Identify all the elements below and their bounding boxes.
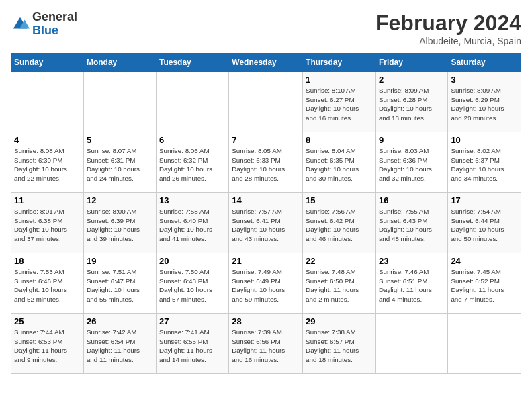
day-number: 15 (306, 195, 373, 205)
day-info: Sunrise: 8:09 AM Sunset: 6:28 PM Dayligh… (379, 86, 445, 123)
day-info: Sunrise: 8:05 AM Sunset: 6:33 PM Dayligh… (232, 146, 300, 183)
calendar-cell: 29Sunrise: 7:38 AM Sunset: 6:57 PM Dayli… (303, 314, 376, 374)
day-number: 23 (379, 256, 445, 266)
col-saturday: Saturday (448, 54, 521, 72)
logo-icon (11, 15, 30, 34)
day-number: 7 (232, 135, 300, 145)
calendar-cell: 3Sunrise: 8:09 AM Sunset: 6:29 PM Daylig… (448, 72, 521, 132)
day-number: 6 (159, 135, 226, 145)
col-sunday: Sunday (11, 54, 84, 72)
calendar-cell: 15Sunrise: 7:56 AM Sunset: 6:42 PM Dayli… (303, 193, 376, 253)
day-info: Sunrise: 7:42 AM Sunset: 6:54 PM Dayligh… (87, 328, 153, 365)
day-info: Sunrise: 8:00 AM Sunset: 6:39 PM Dayligh… (87, 207, 153, 244)
week-row-2: 4Sunrise: 8:08 AM Sunset: 6:30 PM Daylig… (11, 132, 521, 193)
day-info: Sunrise: 7:53 AM Sunset: 6:46 PM Dayligh… (14, 267, 81, 304)
day-info: Sunrise: 7:44 AM Sunset: 6:53 PM Dayligh… (14, 328, 81, 365)
day-info: Sunrise: 7:45 AM Sunset: 6:52 PM Dayligh… (451, 267, 518, 304)
day-info: Sunrise: 7:48 AM Sunset: 6:50 PM Dayligh… (306, 267, 373, 304)
calendar-cell (448, 314, 521, 374)
day-number: 29 (306, 316, 373, 326)
calendar-cell: 26Sunrise: 7:42 AM Sunset: 6:54 PM Dayli… (83, 314, 156, 374)
header-row: Sunday Monday Tuesday Wednesday Thursday… (11, 54, 521, 72)
calendar-cell: 9Sunrise: 8:03 AM Sunset: 6:36 PM Daylig… (375, 132, 447, 193)
logo-text-general: General (32, 11, 77, 24)
day-info: Sunrise: 8:04 AM Sunset: 6:35 PM Dayligh… (306, 146, 373, 183)
day-number: 10 (451, 135, 518, 145)
calendar-cell: 14Sunrise: 7:57 AM Sunset: 6:41 PM Dayli… (229, 193, 303, 253)
calendar-cell: 20Sunrise: 7:50 AM Sunset: 6:48 PM Dayli… (156, 253, 228, 314)
calendar-cell: 1Sunrise: 8:10 AM Sunset: 6:27 PM Daylig… (303, 72, 376, 132)
calendar-cell: 22Sunrise: 7:48 AM Sunset: 6:50 PM Dayli… (303, 253, 376, 314)
day-number: 19 (87, 256, 153, 266)
calendar-cell: 13Sunrise: 7:58 AM Sunset: 6:40 PM Dayli… (156, 193, 228, 253)
day-info: Sunrise: 7:49 AM Sunset: 6:49 PM Dayligh… (232, 267, 300, 304)
calendar-cell: 21Sunrise: 7:49 AM Sunset: 6:49 PM Dayli… (229, 253, 303, 314)
day-info: Sunrise: 8:02 AM Sunset: 6:37 PM Dayligh… (451, 146, 518, 183)
day-number: 17 (451, 195, 518, 205)
day-info: Sunrise: 8:10 AM Sunset: 6:27 PM Dayligh… (306, 86, 373, 123)
col-monday: Monday (83, 54, 156, 72)
calendar-cell: 7Sunrise: 8:05 AM Sunset: 6:33 PM Daylig… (229, 132, 303, 193)
day-number: 21 (232, 256, 300, 266)
calendar-cell (83, 72, 156, 132)
page-header: General Blue February 2024 Albudeite, Mu… (11, 11, 521, 46)
calendar-cell: 17Sunrise: 7:54 AM Sunset: 6:44 PM Dayli… (448, 193, 521, 253)
day-info: Sunrise: 7:57 AM Sunset: 6:41 PM Dayligh… (232, 207, 300, 244)
calendar-cell: 25Sunrise: 7:44 AM Sunset: 6:53 PM Dayli… (11, 314, 84, 374)
day-number: 26 (87, 316, 153, 326)
day-info: Sunrise: 7:50 AM Sunset: 6:48 PM Dayligh… (159, 267, 226, 304)
week-row-5: 25Sunrise: 7:44 AM Sunset: 6:53 PM Dayli… (11, 314, 521, 374)
day-info: Sunrise: 7:46 AM Sunset: 6:51 PM Dayligh… (379, 267, 445, 304)
day-info: Sunrise: 7:39 AM Sunset: 6:56 PM Dayligh… (232, 328, 300, 365)
day-info: Sunrise: 7:56 AM Sunset: 6:42 PM Dayligh… (306, 207, 373, 244)
calendar-cell: 16Sunrise: 7:55 AM Sunset: 6:43 PM Dayli… (375, 193, 447, 253)
day-number: 12 (87, 195, 153, 205)
day-number: 25 (14, 316, 81, 326)
day-number: 8 (306, 135, 373, 145)
day-number: 28 (232, 316, 300, 326)
calendar-cell: 24Sunrise: 7:45 AM Sunset: 6:52 PM Dayli… (448, 253, 521, 314)
logo: General Blue (11, 11, 77, 38)
location-subtitle: Albudeite, Murcia, Spain (375, 36, 521, 46)
col-wednesday: Wednesday (229, 54, 303, 72)
col-thursday: Thursday (303, 54, 376, 72)
day-number: 4 (14, 135, 81, 145)
day-number: 20 (159, 256, 226, 266)
day-info: Sunrise: 8:08 AM Sunset: 6:30 PM Dayligh… (14, 146, 81, 183)
day-number: 2 (379, 75, 445, 85)
calendar-cell: 18Sunrise: 7:53 AM Sunset: 6:46 PM Dayli… (11, 253, 84, 314)
day-number: 27 (159, 316, 226, 326)
day-info: Sunrise: 7:58 AM Sunset: 6:40 PM Dayligh… (159, 207, 226, 244)
calendar-cell: 11Sunrise: 8:01 AM Sunset: 6:38 PM Dayli… (11, 193, 84, 253)
day-number: 3 (451, 75, 518, 85)
calendar-cell: 27Sunrise: 7:41 AM Sunset: 6:55 PM Dayli… (156, 314, 228, 374)
day-info: Sunrise: 8:07 AM Sunset: 6:31 PM Dayligh… (87, 146, 153, 183)
day-info: Sunrise: 8:09 AM Sunset: 6:29 PM Dayligh… (451, 86, 518, 123)
calendar-cell: 12Sunrise: 8:00 AM Sunset: 6:39 PM Dayli… (83, 193, 156, 253)
calendar-cell: 2Sunrise: 8:09 AM Sunset: 6:28 PM Daylig… (375, 72, 447, 132)
day-number: 11 (14, 195, 81, 205)
calendar-cell: 5Sunrise: 8:07 AM Sunset: 6:31 PM Daylig… (83, 132, 156, 193)
day-number: 13 (159, 195, 226, 205)
calendar-table: Sunday Monday Tuesday Wednesday Thursday… (11, 53, 521, 374)
day-number: 24 (451, 256, 518, 266)
calendar-cell: 4Sunrise: 8:08 AM Sunset: 6:30 PM Daylig… (11, 132, 84, 193)
day-info: Sunrise: 7:51 AM Sunset: 6:47 PM Dayligh… (87, 267, 153, 304)
day-info: Sunrise: 7:38 AM Sunset: 6:57 PM Dayligh… (306, 328, 373, 365)
day-info: Sunrise: 8:03 AM Sunset: 6:36 PM Dayligh… (379, 146, 445, 183)
day-info: Sunrise: 7:41 AM Sunset: 6:55 PM Dayligh… (159, 328, 226, 365)
week-row-4: 18Sunrise: 7:53 AM Sunset: 6:46 PM Dayli… (11, 253, 521, 314)
day-number: 14 (232, 195, 300, 205)
day-info: Sunrise: 7:54 AM Sunset: 6:44 PM Dayligh… (451, 207, 518, 244)
day-number: 16 (379, 195, 445, 205)
col-tuesday: Tuesday (156, 54, 228, 72)
logo-text-blue: Blue (32, 24, 77, 38)
calendar-cell: 6Sunrise: 8:06 AM Sunset: 6:32 PM Daylig… (156, 132, 228, 193)
week-row-1: 1Sunrise: 8:10 AM Sunset: 6:27 PM Daylig… (11, 72, 521, 132)
calendar-cell (11, 72, 84, 132)
day-number: 1 (306, 75, 373, 85)
day-number: 9 (379, 135, 445, 145)
calendar-cell: 8Sunrise: 8:04 AM Sunset: 6:35 PM Daylig… (303, 132, 376, 193)
month-title: February 2024 (375, 11, 521, 36)
day-info: Sunrise: 8:01 AM Sunset: 6:38 PM Dayligh… (14, 207, 81, 244)
